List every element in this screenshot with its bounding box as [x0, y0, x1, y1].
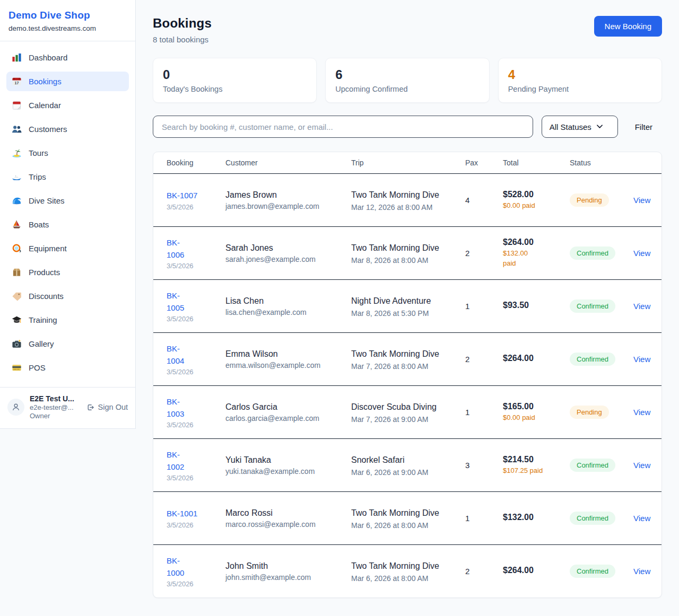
wave-icon — [12, 196, 22, 206]
status-filter-select[interactable]: All Statuses — [542, 116, 618, 138]
pax-count: 1 — [465, 302, 503, 311]
sidebar-item-equipment[interactable]: Equipment — [6, 239, 129, 258]
status-badge: Pending — [570, 406, 609, 419]
sidebar-item-tours[interactable]: Tours — [6, 143, 129, 163]
stat-value: 0 — [163, 67, 307, 82]
sidebar-item-dive-sites[interactable]: Dive Sites — [6, 191, 129, 210]
customer-email: yuki.tanaka@example.com — [225, 467, 351, 476]
customer-name: Carlos Garcia — [225, 402, 351, 412]
booking-id-link[interactable]: BK-1004 — [167, 342, 188, 367]
total-amount: $165.00 — [503, 402, 570, 411]
sidebar-item-label: Gallery — [29, 339, 54, 348]
customer-email: lisa.chen@example.com — [225, 308, 351, 316]
tag-icon — [12, 291, 22, 301]
customer-name: James Brown — [225, 190, 351, 200]
pax-count: 4 — [465, 196, 503, 205]
stat-label: Pending Payment — [508, 85, 652, 93]
trip-datetime: Mar 8, 2026 at 8:00 AM — [351, 256, 465, 265]
column-header-trip: Trip — [351, 159, 465, 167]
sidebar-item-pos[interactable]: POS — [6, 358, 129, 377]
booking-date: 3/5/2026 — [167, 580, 225, 588]
total-amount: $264.00 — [503, 237, 570, 247]
graduation-cap-icon — [12, 315, 22, 325]
stats-row: 0 Today's Bookings 6 Upcoming Confirmed … — [153, 58, 662, 103]
user-name: E2E Test U... — [30, 394, 81, 403]
tearoff-calendar-icon — [12, 100, 22, 110]
status-badge: Confirmed — [570, 353, 615, 366]
sign-out-button[interactable]: Sign Out — [86, 403, 128, 412]
customer-email: john.smith@example.com — [225, 573, 351, 582]
sidebar-item-label: Calendar — [29, 101, 61, 110]
view-link[interactable]: View — [633, 249, 650, 258]
sailboat-icon — [12, 219, 22, 230]
sidebar-item-products[interactable]: Products — [6, 262, 129, 282]
sidebar-item-calendar[interactable]: Calendar — [6, 95, 129, 115]
sidebar-item-bookings[interactable]: 17 Bookings — [6, 72, 129, 91]
view-link[interactable]: View — [633, 514, 650, 523]
pax-count: 2 — [465, 249, 503, 258]
speedboat-icon — [12, 172, 22, 182]
trip-name: Two Tank Morning Dive — [351, 348, 441, 360]
view-link[interactable]: View — [633, 302, 650, 311]
customer-email: emma.wilson@example.com — [225, 361, 351, 369]
sidebar-item-trips[interactable]: Trips — [6, 167, 129, 187]
sidebar-item-boats[interactable]: Boats — [6, 215, 129, 234]
view-link[interactable]: View — [633, 355, 650, 364]
booking-id-link[interactable]: BK-1002 — [167, 448, 188, 473]
view-link[interactable]: View — [633, 461, 650, 470]
sidebar-item-dashboard[interactable]: Dashboard — [6, 48, 129, 67]
sidebar-item-customers[interactable]: Customers — [6, 119, 129, 139]
sidebar-item-label: Bookings — [29, 77, 62, 86]
shop-name: Demo Dive Shop — [8, 10, 127, 21]
booking-id-link[interactable]: BK-1005 — [167, 289, 188, 314]
pax-count: 1 — [465, 408, 503, 417]
search-input[interactable] — [153, 116, 533, 138]
column-header-pax: Pax — [465, 159, 503, 167]
table-row: BK-1005 3/5/2026 Lisa Chen lisa.chen@exa… — [153, 279, 661, 332]
view-link[interactable]: View — [633, 408, 650, 417]
sidebar-item-discounts[interactable]: Discounts — [6, 286, 129, 306]
filter-label: Filter — [626, 122, 662, 131]
view-link[interactable]: View — [633, 196, 650, 205]
total-amount: $264.00 — [503, 566, 570, 575]
booking-id-link[interactable]: BK-1007 — [167, 189, 197, 201]
booking-date: 3/5/2026 — [167, 315, 225, 323]
total-amount: $528.00 — [503, 190, 570, 199]
sidebar-item-label: Equipment — [29, 244, 67, 253]
filter-row: All Statuses Filter — [153, 116, 662, 138]
booking-id-link[interactable]: BK-1001 — [167, 507, 197, 520]
booking-id-link[interactable]: BK-1006 — [167, 236, 188, 261]
pax-count: 1 — [465, 514, 503, 523]
trip-datetime: Mar 6, 2026 at 8:00 AM — [351, 521, 465, 530]
booking-id-link[interactable]: BK-1000 — [167, 555, 188, 579]
paid-amount: $0.00 paid — [503, 201, 570, 211]
trip-name: Two Tank Morning Dive — [351, 507, 441, 519]
booking-date: 3/5/2026 — [167, 474, 225, 482]
new-booking-button[interactable]: New Booking — [594, 16, 662, 37]
booking-id-link[interactable]: BK-1003 — [167, 395, 188, 420]
trip-datetime: Mar 7, 2026 at 9:00 AM — [351, 415, 465, 424]
booking-date: 3/5/2026 — [167, 203, 225, 211]
sidebar-item-gallery[interactable]: Gallery — [6, 334, 129, 354]
sidebar-item-training[interactable]: Training — [6, 310, 129, 330]
camera-icon — [12, 339, 22, 349]
status-badge: Confirmed — [570, 565, 615, 578]
customer-email: carlos.garcia@example.com — [225, 414, 351, 423]
shop-domain: demo.test.divestreams.com — [8, 24, 127, 32]
table-row: BK-1006 3/5/2026 Sarah Jones sarah.jones… — [153, 226, 661, 279]
user-footer: E2E Test U... e2e-tester@... Owner Sign … — [0, 387, 135, 428]
customer-name: John Smith — [225, 561, 351, 571]
booking-date: 3/5/2026 — [167, 521, 225, 529]
status-badge: Confirmed — [570, 459, 615, 472]
customer-email: marco.rossi@example.com — [225, 520, 351, 529]
sidebar-item-label: Boats — [29, 220, 49, 229]
sidebar-item-label: Dashboard — [29, 53, 67, 62]
bar-chart-icon — [12, 52, 22, 63]
stat-label: Today's Bookings — [163, 85, 307, 93]
user-role: Owner — [30, 412, 81, 420]
column-header-customer: Customer — [225, 159, 351, 167]
table-row: BK-1004 3/5/2026 Emma Wilson emma.wilson… — [153, 332, 661, 385]
view-link[interactable]: View — [633, 567, 650, 576]
bookings-table: Booking Customer Trip Pax Total Status B… — [153, 152, 662, 598]
customer-name: Emma Wilson — [225, 349, 351, 359]
